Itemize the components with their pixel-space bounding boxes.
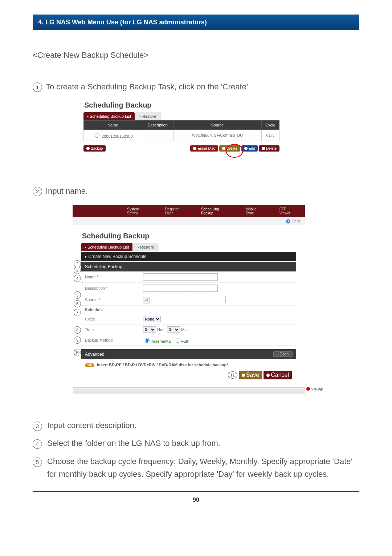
backup-list-table: Name Description Source Cycle 2008123015… bbox=[83, 120, 279, 141]
tab-scheduling-list[interactable]: • Scheduling Backup List bbox=[83, 112, 135, 120]
label-description: Description * bbox=[81, 286, 143, 290]
nav-system-setting[interactable]: System Setting bbox=[127, 207, 151, 215]
red-dot-icon bbox=[306, 387, 310, 391]
nav-scheduling-backup[interactable]: Scheduling Backup bbox=[201, 207, 231, 215]
cell-source: /Vol1/hjuun_SF/Comnso_BU bbox=[173, 129, 262, 141]
tab-restore[interactable]: › Restore bbox=[135, 112, 160, 120]
step-number-5: 5 bbox=[33, 458, 42, 467]
annotation-11: 11 bbox=[228, 371, 237, 379]
method-incremental-radio[interactable] bbox=[145, 338, 150, 343]
row-backup-method: Backup Method Incremental Full bbox=[81, 335, 296, 346]
cell-cycle: daily bbox=[261, 129, 279, 141]
erase-disc-button[interactable]: Erase Disc bbox=[190, 145, 218, 152]
chapter-title-bar: 4. LG NAS Web Menu Use (for LG NAS admin… bbox=[33, 15, 359, 30]
row-select-radio[interactable] bbox=[95, 133, 99, 138]
create-button[interactable]: Create bbox=[219, 145, 240, 152]
manual-page: 4. LG NAS Web Menu Use (for LG NAS admin… bbox=[0, 0, 392, 556]
annotation-6: 6 bbox=[74, 300, 81, 307]
help-icon[interactable]: ? bbox=[286, 219, 290, 223]
step-3-text: Input content description. bbox=[47, 419, 136, 432]
backup-button[interactable]: Backup bbox=[83, 145, 106, 152]
hour-label: Hour bbox=[157, 327, 166, 332]
shot2-tabs: • Scheduling Backup List › Restore bbox=[81, 243, 296, 251]
open-button[interactable]: › Open bbox=[273, 351, 293, 357]
annotation-9: 9 bbox=[74, 337, 81, 344]
step-1-text: To create a Scheduling Backup Task, clic… bbox=[46, 80, 250, 93]
label-time: Time bbox=[81, 327, 143, 332]
cell-desc bbox=[142, 129, 173, 141]
cancel-button[interactable]: Cancel bbox=[264, 371, 292, 379]
section-advanced: Advanced › Open bbox=[81, 349, 296, 359]
dot-icon bbox=[244, 147, 248, 150]
advanced-label: Advanced bbox=[85, 352, 104, 357]
name-input[interactable] bbox=[143, 273, 218, 281]
footer-rule bbox=[33, 491, 359, 492]
min-label: Min bbox=[181, 327, 188, 332]
label-schedule: Schedule bbox=[81, 307, 143, 312]
shot2-title: Scheduling Backup bbox=[82, 232, 296, 240]
tip-row: TIP Insert BD-RE / BD-R / DVD±RW / DVD-R… bbox=[81, 359, 296, 371]
annotation-7: 7 bbox=[74, 309, 81, 316]
delete-button[interactable]: Delete bbox=[259, 145, 279, 152]
label-cycle: Cycle bbox=[81, 317, 143, 321]
label-source: Source * bbox=[81, 298, 143, 302]
dot-icon bbox=[262, 147, 265, 150]
col-cycle: Cycle bbox=[261, 120, 279, 129]
browse-button[interactable]: ../ bbox=[143, 297, 150, 303]
annotation-4: 4 bbox=[74, 275, 81, 282]
description-input[interactable] bbox=[143, 285, 218, 292]
step-4-text: Select the folder on the LG NAS to back … bbox=[47, 437, 220, 450]
annotation-8: 8 bbox=[74, 326, 81, 334]
row-schedule: Schedule bbox=[81, 306, 296, 314]
table-row[interactable]: 20081230152303 /Vol1/hjuun_SF/Comnso_BU … bbox=[84, 129, 279, 141]
source-input[interactable] bbox=[151, 296, 226, 303]
save-button[interactable]: Save bbox=[239, 371, 262, 379]
col-source: Source bbox=[173, 120, 262, 129]
step-4: 4 Select the folder on the LG NAS to bac… bbox=[33, 437, 359, 450]
dot-icon bbox=[242, 374, 245, 377]
shot1-title: Scheduling Backup bbox=[84, 101, 279, 109]
cell-name: 20081230152303 bbox=[84, 129, 142, 141]
step-number-3: 3 bbox=[33, 422, 42, 431]
min-select[interactable]: 0 bbox=[167, 326, 180, 333]
row-name: Name * bbox=[81, 271, 296, 283]
create-schedule-heading: ▸ Create New Backup Schedule bbox=[81, 252, 296, 261]
save-cancel-row: 11 Save Cancel bbox=[81, 371, 296, 384]
method-full-label: Full bbox=[181, 339, 188, 343]
step-2-text: Input name. bbox=[46, 184, 88, 198]
method-full-radio[interactable] bbox=[176, 338, 180, 343]
screenshot-create-schedule: System Setting Register User Scheduling … bbox=[73, 205, 305, 394]
section-heading: <Create New Backup Schedule> bbox=[33, 48, 359, 62]
form-area: Scheduling Backup • Scheduling Backup Li… bbox=[73, 225, 305, 387]
annotation-2: 2 bbox=[74, 260, 81, 267]
tab-scheduling-list[interactable]: • Scheduling Backup List bbox=[81, 243, 132, 251]
col-name: Name bbox=[84, 120, 142, 129]
annotation-10: 10 bbox=[74, 349, 81, 356]
col-description: Description bbox=[142, 120, 173, 129]
tip-badge-icon: TIP bbox=[85, 363, 94, 367]
row-cycle: Cycle None bbox=[81, 314, 296, 325]
nav-mobile-sync[interactable]: Mobile Sync bbox=[246, 207, 265, 215]
label-name: Name * bbox=[81, 275, 143, 279]
dot-icon bbox=[193, 147, 196, 150]
step-1: 1 To create a Scheduling Backup Task, cl… bbox=[33, 80, 359, 93]
annotation-3: 3 bbox=[74, 267, 81, 274]
step-5: 5 Choose the backup cycle frequency: Dai… bbox=[33, 455, 359, 480]
tip-text: Insert BD-RE / BD-R / DVD±RW / DVD-RAM d… bbox=[97, 363, 228, 367]
tab-restore[interactable]: › Restore bbox=[133, 243, 158, 251]
help-bar: ?Help bbox=[73, 217, 305, 225]
page-number: 90 bbox=[33, 497, 359, 503]
row-source: Source * ../ bbox=[81, 294, 296, 306]
top-nav: System Setting Register User Scheduling … bbox=[73, 205, 305, 217]
row-time: Time 0 Hour 0 Min bbox=[81, 325, 296, 335]
edit-button[interactable]: Edit bbox=[241, 145, 258, 152]
hour-select[interactable]: 0 bbox=[143, 326, 156, 333]
nav-register-user[interactable]: Register User bbox=[165, 207, 187, 215]
nav-ftp-viewer[interactable]: FTP Viewer bbox=[279, 207, 298, 215]
shot1-button-row: Backup Erase Disc Create Edit Delete bbox=[83, 145, 279, 152]
step-5-text: Choose the backup cycle frequency: Daily… bbox=[47, 455, 359, 480]
cycle-select[interactable]: None bbox=[143, 316, 161, 322]
method-incremental-label: Incremental bbox=[151, 339, 171, 343]
step-number-1: 1 bbox=[33, 82, 42, 92]
help-link[interactable]: Help bbox=[291, 219, 300, 223]
